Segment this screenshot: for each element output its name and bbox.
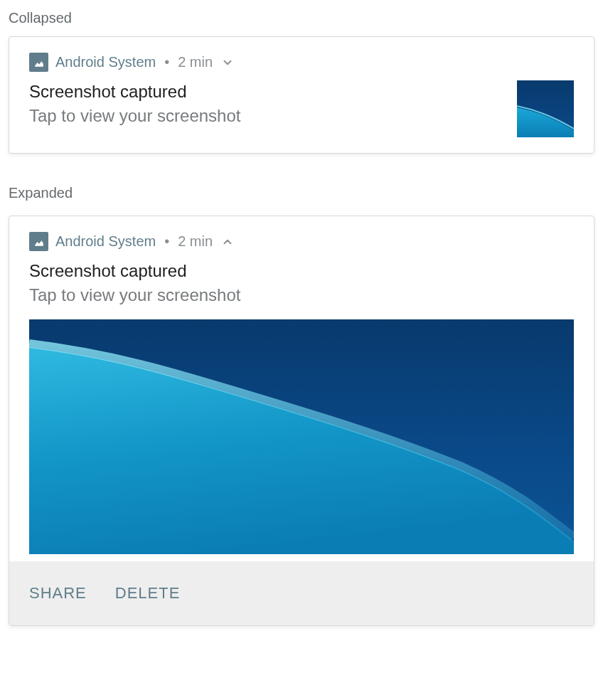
- notification-header: Android System • 2 min: [9, 216, 594, 257]
- notification-text-block: Screenshot captured Tap to view your scr…: [29, 80, 503, 137]
- image-icon: [29, 232, 48, 251]
- notification-subtitle: Tap to view your screenshot: [29, 106, 503, 126]
- screenshot-thumbnail: [517, 80, 574, 137]
- notification-expanded-card[interactable]: Android System • 2 min Screenshot captur…: [9, 216, 594, 626]
- delete-button[interactable]: DELETE: [115, 584, 181, 603]
- chevron-down-icon[interactable]: [221, 56, 234, 69]
- notification-body: Screenshot captured Tap to view your scr…: [9, 78, 594, 153]
- app-name: Android System: [55, 54, 156, 70]
- notification-subtitle: Tap to view your screenshot: [29, 285, 574, 305]
- notification-title: Screenshot captured: [29, 82, 503, 102]
- timestamp: 2 min: [178, 54, 213, 70]
- image-icon: [29, 53, 48, 72]
- separator-dot: •: [164, 233, 169, 250]
- timestamp: 2 min: [178, 233, 213, 250]
- app-name: Android System: [55, 233, 156, 250]
- notification-title: Screenshot captured: [29, 261, 574, 281]
- notification-text-block: Screenshot captured Tap to view your scr…: [29, 261, 574, 305]
- action-bar: SHARE DELETE: [9, 561, 594, 625]
- screenshot-big-picture: [29, 319, 574, 554]
- notification-body: Screenshot captured Tap to view your scr…: [9, 257, 594, 561]
- separator-dot: •: [164, 54, 169, 70]
- share-button[interactable]: SHARE: [29, 584, 87, 603]
- notification-header: Android System • 2 min: [9, 37, 594, 78]
- section-label-expanded: Expanded: [9, 185, 594, 201]
- section-label-collapsed: Collapsed: [9, 10, 594, 26]
- chevron-up-icon[interactable]: [221, 235, 234, 248]
- notification-collapsed-card[interactable]: Android System • 2 min Screenshot captur…: [9, 36, 594, 154]
